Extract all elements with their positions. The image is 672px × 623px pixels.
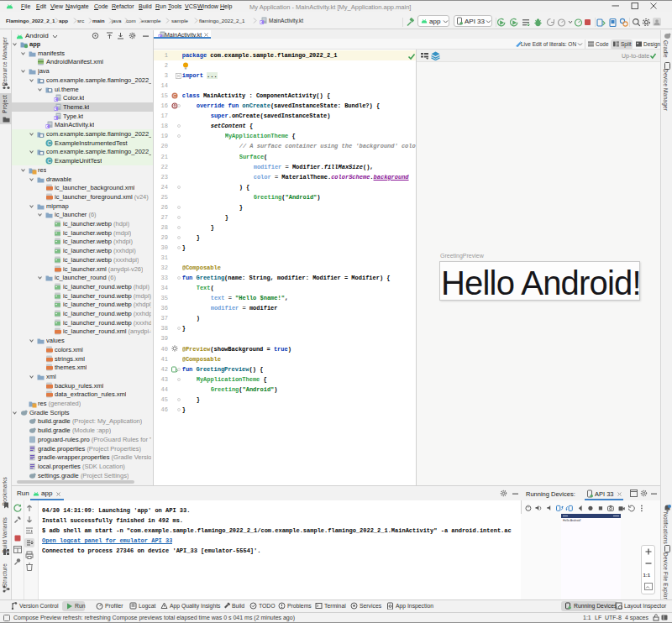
svg-text:C: C — [47, 139, 51, 145]
svg-text:C: C — [47, 158, 51, 164]
svg-text:C: C — [173, 93, 176, 98]
